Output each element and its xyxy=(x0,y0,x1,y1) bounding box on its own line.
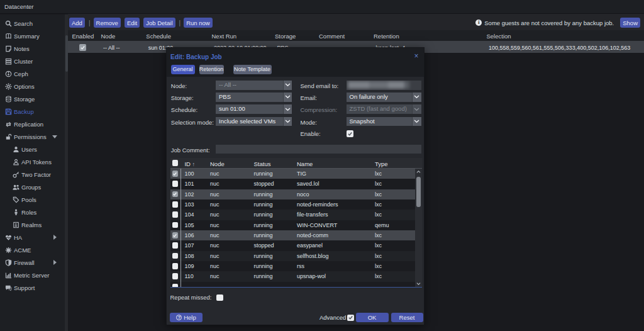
sidebar-item-groups[interactable]: Groups xyxy=(0,181,65,193)
column-header-type[interactable]: Type xyxy=(375,160,388,167)
job-selection-cell: 100,558,559,560,561,555,506,333,400,502,… xyxy=(489,45,630,51)
job-comment-input[interactable] xyxy=(216,145,421,154)
column-header-selection[interactable]: Selection xyxy=(487,33,511,40)
splitter-grip[interactable] xyxy=(65,35,68,72)
sidebar-item-ha[interactable]: HA xyxy=(0,231,65,244)
enable-checkbox[interactable] xyxy=(347,130,353,137)
enabled-checkbox[interactable] xyxy=(79,44,86,51)
guest-row-104[interactable]: 104nucrunningfile-transferslxc xyxy=(170,210,422,220)
scrollbar-thumb[interactable] xyxy=(416,177,421,207)
sidebar-item-permissions[interactable]: Permissions xyxy=(0,130,65,143)
reset-button[interactable]: Reset xyxy=(391,313,423,322)
column-header-enabled[interactable]: Enabled xyxy=(72,33,94,40)
send-email-input[interactable] xyxy=(347,81,421,90)
page-title: Datacenter xyxy=(4,3,33,10)
scroll-down-icon[interactable] xyxy=(416,281,421,286)
grid-scrollbar[interactable] xyxy=(415,169,422,287)
selection-mode-select[interactable]: Include selected VMs xyxy=(216,117,292,126)
row-checkbox[interactable] xyxy=(172,181,179,187)
chevron-down-icon[interactable] xyxy=(412,117,421,126)
scroll-up-icon[interactable] xyxy=(416,170,421,174)
column-header-storage[interactable]: Storage xyxy=(275,33,296,40)
row-checkbox[interactable] xyxy=(172,263,179,269)
row-checkbox[interactable] xyxy=(172,253,179,259)
row-checkbox[interactable] xyxy=(172,273,179,279)
sidebar-item-two-factor[interactable]: Two Factor xyxy=(0,168,65,181)
row-checkbox[interactable] xyxy=(172,284,179,287)
sidebar-item-firewall[interactable]: Firewall xyxy=(0,256,65,269)
column-header-node[interactable]: Node xyxy=(210,160,225,167)
edit-button[interactable]: Edit xyxy=(125,18,140,28)
sidebar-item-pools[interactable]: Pools xyxy=(0,193,65,206)
sidebar-item-options[interactable]: Options xyxy=(0,80,65,93)
chevron-down-icon[interactable] xyxy=(283,117,292,126)
sidebar-item-ceph[interactable]: Ceph xyxy=(0,67,65,80)
sidebar-item-api-tokens[interactable]: API Tokens xyxy=(0,155,65,168)
row-checkbox[interactable] xyxy=(172,171,179,177)
job-detail-button[interactable]: Job Detail xyxy=(143,18,175,28)
guest-row-108[interactable]: 108nucrunningselfhost.bloglxc xyxy=(170,251,422,261)
select-all-checkbox[interactable] xyxy=(172,160,179,166)
guest-row-106[interactable]: 106nucrunningnoted-commlxc xyxy=(170,230,422,240)
storage-select[interactable]: PBS xyxy=(216,93,292,102)
show-button[interactable]: Show xyxy=(620,18,640,28)
guest-row-105[interactable]: 105nucrunningWIN-CONVERTqemu xyxy=(170,220,422,230)
guest-row-110[interactable]: 110nucrunningupsnap-wollxc xyxy=(170,271,422,281)
sidebar-item-summary[interactable]: Summary xyxy=(0,30,65,42)
sidebar-item-roles[interactable]: Roles xyxy=(0,206,65,218)
row-checkbox[interactable] xyxy=(172,242,179,249)
sidebar-item-replication[interactable]: Replication xyxy=(0,118,65,130)
column-header-next-run[interactable]: Next Run xyxy=(212,33,237,40)
row-checkbox[interactable] xyxy=(172,191,179,198)
guest-row-100[interactable]: 100nucrunningTIGlxc xyxy=(170,169,422,179)
column-header-node[interactable]: Node xyxy=(101,33,116,40)
guest-row-102[interactable]: 102nucrunningnocolxc xyxy=(170,189,422,199)
column-header-id[interactable]: ID ↑ xyxy=(184,160,195,167)
help-button[interactable]: ?Help xyxy=(170,313,203,322)
tab-retention[interactable]: Retention xyxy=(199,65,224,74)
row-checkbox[interactable] xyxy=(172,201,179,208)
repeat-missed-checkbox[interactable] xyxy=(216,295,223,301)
row-checkbox[interactable] xyxy=(172,232,179,238)
modal-title-bar[interactable]: Edit: Backup Job × xyxy=(167,48,424,64)
sidebar-item-backup[interactable]: Backup xyxy=(0,105,65,118)
run-now-button[interactable]: Run now xyxy=(184,18,213,28)
guest-name: WIN-CONVERT xyxy=(297,222,337,228)
tab-note-template[interactable]: Note Template xyxy=(233,65,272,74)
chevron-down-icon[interactable] xyxy=(283,93,292,102)
guest-row-partial[interactable] xyxy=(170,282,422,287)
close-icon[interactable]: × xyxy=(412,52,421,61)
chevron-down-icon[interactable] xyxy=(412,93,421,102)
node-select[interactable]: -- All -- xyxy=(216,81,292,90)
column-header-retention[interactable]: Retention xyxy=(374,33,399,40)
advanced-checkbox[interactable] xyxy=(347,315,354,322)
guest-row-109[interactable]: 109nucrunningrsslxc xyxy=(170,261,422,271)
guest-row-107[interactable]: 107nucstoppedeasypanellxc xyxy=(170,240,422,250)
column-header-comment[interactable]: Comment xyxy=(319,33,345,40)
chevron-down-icon[interactable] xyxy=(283,104,292,114)
column-header-status[interactable]: Status xyxy=(254,160,271,167)
email-select[interactable]: On failure only xyxy=(347,93,421,102)
sidebar-item-support[interactable]: Support xyxy=(0,281,65,294)
remove-button[interactable]: Remove xyxy=(94,18,121,28)
sidebar-item-notes[interactable]: Notes xyxy=(0,42,65,55)
ok-button[interactable]: OK xyxy=(356,313,389,322)
tab-general[interactable]: General xyxy=(171,65,195,74)
sidebar-item-search[interactable]: Search xyxy=(0,17,65,30)
row-checkbox[interactable] xyxy=(172,222,179,228)
column-header-name[interactable]: Name xyxy=(297,160,313,167)
sidebar-item-acme[interactable]: ACME xyxy=(0,244,65,256)
add-button[interactable]: Add xyxy=(69,18,85,28)
schedule-select[interactable]: sun 01:00 xyxy=(216,104,292,114)
column-header-schedule[interactable]: Schedule xyxy=(146,33,171,40)
sidebar-item-realms[interactable]: Realms xyxy=(0,218,65,231)
sidebar-item-users[interactable]: Users xyxy=(0,143,65,155)
sidebar-item-cluster[interactable]: Cluster xyxy=(0,55,65,67)
chevron-down-icon[interactable] xyxy=(283,81,292,90)
guest-row-103[interactable]: 103nucrunningnoted-reminderslxc xyxy=(170,199,422,210)
mode-select[interactable]: Snapshot xyxy=(347,117,421,126)
sidebar-item-metric-server[interactable]: Metric Server xyxy=(0,269,65,281)
sidebar-item-storage[interactable]: Storage xyxy=(0,93,65,105)
guest-row-101[interactable]: 101nucstoppedsaved.lollxc xyxy=(170,179,422,189)
row-checkbox[interactable] xyxy=(172,211,179,218)
